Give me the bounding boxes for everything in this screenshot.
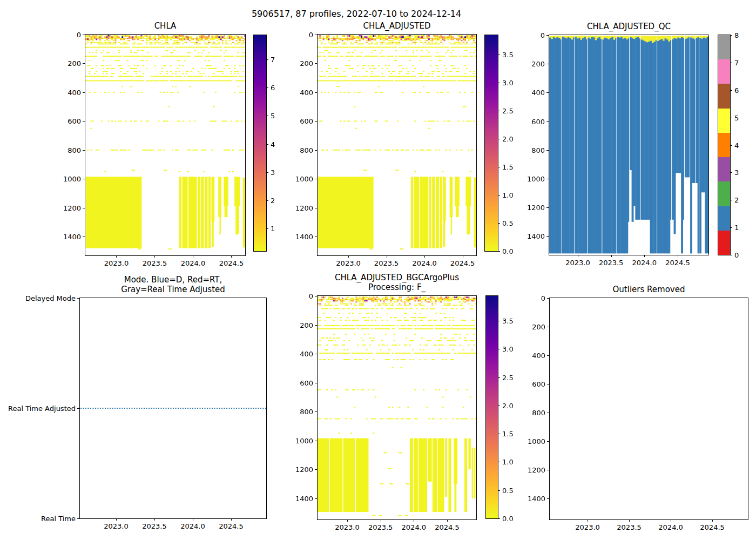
qc-colorbar-segment (718, 84, 730, 109)
colorbar-tick-label: 3.5 (502, 51, 514, 59)
y-tick-mark (315, 63, 317, 64)
x-tick-label: 2024.0 (658, 523, 683, 531)
x-tick-mark (414, 519, 414, 522)
outliers-canvas (550, 298, 748, 519)
y-tick-mark (546, 35, 549, 36)
outliers-removed-title: Outliers Removed (550, 285, 748, 294)
x-tick-label: 2023.0 (575, 523, 600, 531)
colorbar-tick-mark (498, 377, 500, 378)
colorbar-tick-label: 5 (271, 112, 275, 120)
x-tick-label: 2023.0 (104, 522, 129, 530)
y-tick-label: 1200 (467, 204, 545, 212)
qc-colorbar-segment (718, 132, 730, 157)
y-tick-mark (77, 408, 79, 409)
colorbar-tick-mark (498, 321, 500, 321)
x-tick-mark (588, 519, 588, 522)
colorbar-tick-mark (498, 251, 500, 252)
x-tick-label: 2024.5 (450, 259, 475, 267)
colorbar-tick-label: 2 (734, 196, 739, 204)
x-tick-mark (193, 518, 193, 521)
y-tick-mark (315, 35, 317, 35)
y-tick-mark (546, 150, 549, 151)
x-tick-mark (116, 255, 117, 258)
chla-adjusted-qc-title: CHLA_ADJUSTED_QC (549, 22, 708, 31)
x-tick-label: 2024.0 (412, 259, 437, 267)
colorbar-tick-mark (730, 118, 732, 118)
colorbar-tick-label: 2.0 (502, 135, 514, 143)
y-tick-label: 400 (3, 88, 81, 96)
colorbar-tick-label: 1.5 (502, 163, 514, 171)
x-tick-mark (154, 518, 155, 521)
bgcargoplus-heatmap-canvas (318, 296, 476, 519)
colorbar-tick-mark (266, 116, 268, 116)
y-tick-label: 1200 (235, 204, 313, 212)
qc-colorbar-segment (718, 181, 730, 206)
x-tick-mark (193, 255, 193, 258)
colorbar-tick-label: 3 (734, 168, 739, 177)
x-tick-label: 2023.5 (617, 523, 642, 531)
x-tick-label: 2023.5 (374, 259, 399, 267)
x-tick-mark (348, 255, 349, 258)
colorbar-tick-label: 3.0 (502, 79, 514, 87)
colorbar-tick-label: 7 (734, 58, 739, 66)
y-tick-label: 800 (3, 146, 81, 154)
y-tick-mark (546, 122, 549, 122)
x-tick-mark (231, 518, 232, 521)
y-tick-mark (546, 179, 549, 179)
x-tick-mark (387, 255, 387, 258)
colorbar-tick-mark (266, 144, 268, 145)
y-tick-mark (546, 207, 549, 208)
qc-colorbar-segment (718, 59, 730, 84)
colorbar-tick-mark (266, 200, 268, 201)
y-tick-label: Real Time (0, 515, 76, 523)
y-tick-mark (83, 92, 85, 93)
y-tick-label: 0 (235, 292, 313, 300)
y-tick-label: 1400 (3, 233, 81, 241)
colorbar-tick-label: 2.5 (502, 107, 514, 115)
colorbar-tick-mark (730, 172, 732, 173)
x-tick-label: 2023.0 (565, 259, 590, 267)
y-tick-label: 200 (235, 321, 313, 329)
chla-plot (85, 34, 246, 256)
figure: 5906517, 87 profiles, 2022-07-10 to 2024… (0, 0, 756, 540)
y-tick-label: 1400 (467, 495, 545, 503)
colorbar-tick-mark (498, 406, 500, 406)
x-tick-label: 2023.0 (336, 259, 361, 267)
y-tick-mark (546, 92, 549, 93)
figure-suptitle: 5906517, 87 profiles, 2022-07-10 to 2024… (252, 9, 461, 19)
x-tick-mark (712, 519, 713, 522)
y-tick-mark (315, 121, 317, 122)
y-tick-label: 0 (3, 31, 81, 39)
y-tick-mark (315, 296, 317, 296)
y-tick-mark (315, 469, 317, 470)
y-tick-mark (547, 470, 549, 470)
y-tick-mark (83, 179, 85, 179)
y-tick-mark (315, 383, 317, 383)
y-tick-mark (83, 63, 85, 64)
colorbar-tick-label: 4 (271, 140, 275, 148)
x-tick-mark (347, 519, 348, 522)
y-tick-mark (315, 179, 317, 179)
colorbar-tick-label: 0.0 (502, 515, 514, 523)
x-tick-mark (231, 255, 232, 258)
colorbar-tick-mark (498, 223, 500, 224)
y-tick-label: 1200 (3, 204, 81, 212)
chla-adjusted-plot (317, 34, 477, 256)
x-tick-mark (644, 255, 645, 257)
colorbar-tick-label: 0.5 (502, 486, 514, 494)
chla-adjusted-title: CHLA_ADJUSTED (318, 21, 476, 31)
y-tick-label: 400 (235, 350, 313, 358)
chla-heatmap-canvas (85, 35, 245, 255)
qc-bars-canvas (549, 35, 708, 255)
bgcargoplus-title: CHLA_ADJUSTED_BGCArgoPlus Processing: F_ (318, 273, 476, 292)
y-tick-label: 1400 (467, 232, 545, 240)
colorbar-tick-label: 5 (734, 113, 739, 122)
x-tick-label: 2024.5 (665, 259, 690, 267)
chla-adjusted-heatmap-canvas (318, 35, 476, 255)
y-tick-mark (547, 298, 549, 299)
x-tick-label: 2023.5 (142, 522, 167, 530)
y-tick-mark (547, 384, 549, 384)
y-tick-label: 600 (467, 117, 545, 125)
x-tick-label: 2024.0 (402, 523, 427, 531)
qc-colorbar-segment (718, 35, 730, 60)
